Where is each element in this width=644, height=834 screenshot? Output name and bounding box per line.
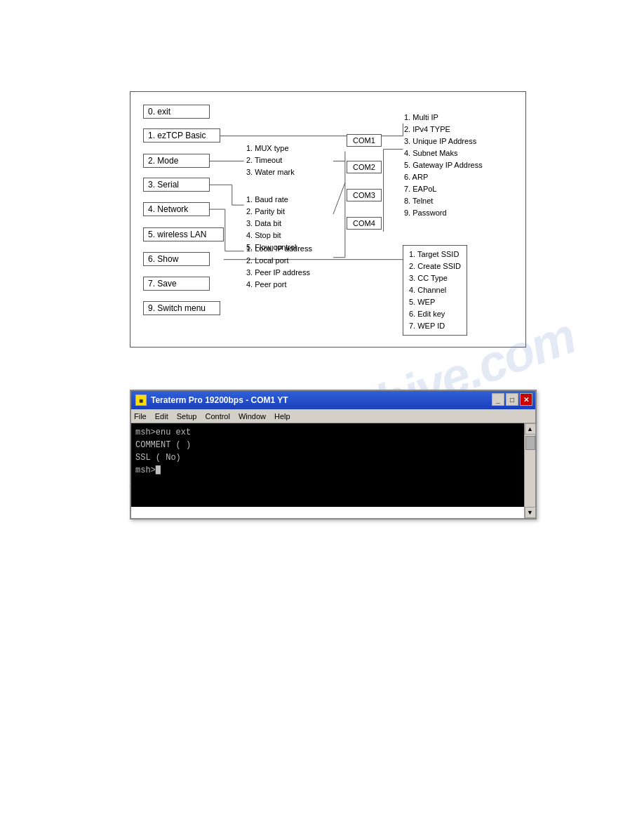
svg-line-10 <box>333 183 345 214</box>
com2-box: COM2 <box>347 161 382 173</box>
terminal-line-2: COMMENT ( ) <box>135 439 531 451</box>
menu-help[interactable]: Help <box>274 412 290 421</box>
terminal-scrollbar[interactable]: ▲ ▼ <box>524 423 535 518</box>
menu-diagram: 0. exit 1. ezTCP Basic 2. Mode 3. Serial… <box>130 91 526 348</box>
menu-exit[interactable]: 0. exit <box>143 105 210 119</box>
terminal-body: msh>enu ext COMMENT ( ) SSL ( No) msh>█ <box>131 423 535 507</box>
network-submenu: 1. Local IP address 2. Local port 3. Pee… <box>246 243 312 291</box>
terminal-win-buttons: _ □ ✕ <box>492 393 532 406</box>
terminal-icon: ■ <box>135 395 147 406</box>
minimize-button[interactable]: _ <box>492 393 504 406</box>
scroll-down-arrow[interactable]: ▼ <box>525 507 536 518</box>
com3-box: COM3 <box>347 189 382 201</box>
wireless-submenu: 1. Target SSID 2. Create SSID 3. CC Type… <box>409 249 461 332</box>
scroll-thumb[interactable] <box>525 436 535 450</box>
terminal-line-3: SSL ( No) <box>135 451 531 464</box>
menu-save[interactable]: 7. Save <box>143 277 210 291</box>
com4-box: COM4 <box>347 217 382 230</box>
menu-wireless[interactable]: 5. wireless LAN <box>143 227 224 241</box>
menu-serial[interactable]: 3. Serial <box>143 178 210 192</box>
menu-edit[interactable]: Edit <box>155 412 168 421</box>
menu-setup[interactable]: Setup <box>177 412 197 421</box>
close-button[interactable]: ✕ <box>520 393 532 406</box>
mode-submenu: 1. MUX type 2. Timeout 3. Water mark <box>246 143 295 178</box>
menu-control[interactable]: Control <box>205 412 229 421</box>
menu-window[interactable]: Window <box>239 412 266 421</box>
terminal-menubar: File Edit Setup Control Window Help <box>131 409 535 423</box>
scroll-up-arrow[interactable]: ▲ <box>525 423 536 435</box>
wireless-submenu-box: 1. Target SSID 2. Create SSID 3. CC Type… <box>403 245 467 336</box>
terminal-title: Teraterm Pro 19200bps - COM1 YT <box>151 395 288 405</box>
menu-eztcp[interactable]: 1. ezTCP Basic <box>143 128 220 143</box>
terminal-titlebar: ■ Teraterm Pro 19200bps - COM1 YT _ □ ✕ <box>131 391 535 409</box>
menu-network[interactable]: 4. Network <box>143 202 210 216</box>
terminal-window: ■ Teraterm Pro 19200bps - COM1 YT _ □ ✕ … <box>130 390 537 519</box>
menu-show[interactable]: 6. Show <box>143 252 210 266</box>
maximize-button[interactable]: □ <box>506 393 518 406</box>
menu-file[interactable]: File <box>134 412 147 421</box>
com1-box: COM1 <box>347 134 382 147</box>
menu-switch[interactable]: 9. Switch menu <box>143 301 220 315</box>
terminal-line-1: msh>enu ext <box>135 426 531 439</box>
terminal-line-4: msh>█ <box>135 464 531 477</box>
eztcp-submenu: 1. Multi IP 2. IPv4 TYPE 3. Unique IP Ad… <box>404 112 483 219</box>
menu-mode[interactable]: 2. Mode <box>143 154 210 168</box>
